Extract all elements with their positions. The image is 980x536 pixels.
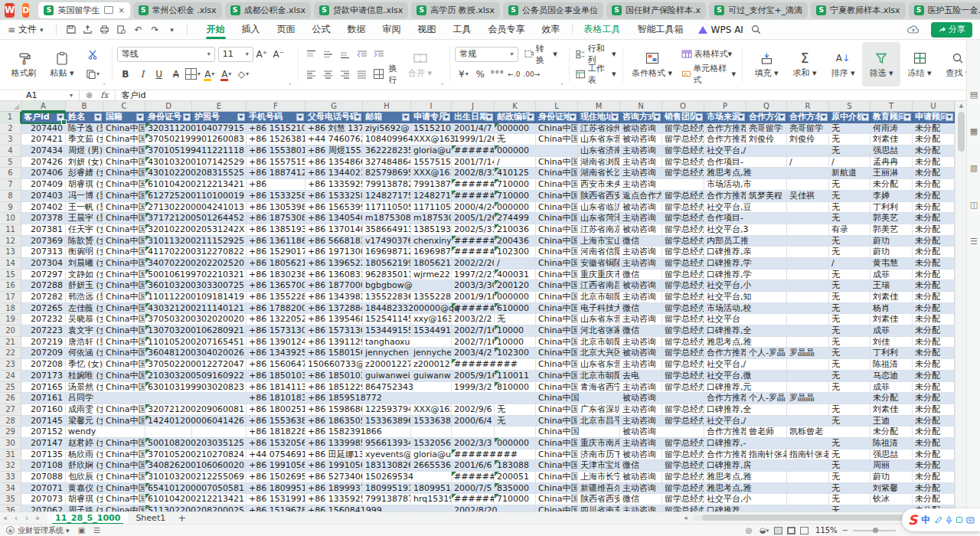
grid-cell[interactable]: 舒欣娴 (女 [66, 460, 103, 472]
grid-cell[interactable]: 18448233200000@qq [363, 303, 411, 315]
grid-cell[interactable]: 未分配 [913, 270, 955, 281]
grid-cell[interactable]: China中国 [103, 247, 145, 258]
grid-cell[interactable]: 社交平台,知 [704, 292, 746, 303]
grid-cell[interactable]: 799138782 [363, 179, 411, 191]
grid-cell[interactable]: 指南针张老 [746, 449, 787, 461]
grid-cell[interactable] [787, 460, 829, 472]
ime-pen-icon[interactable] [935, 516, 942, 524]
grid-cell[interactable]: guiwanwei [363, 371, 411, 382]
grid-cell[interactable]: 2002/5/31 [452, 224, 495, 236]
grid-cell[interactable]: 留学总经办 [662, 303, 704, 315]
grid-cell[interactable]: China中国 [536, 416, 578, 427]
grid-cell[interactable]: 合作方推荐 [704, 191, 746, 202]
grid-cell[interactable]: 冯一博 (男 [66, 191, 103, 202]
grid-cell[interactable]: 135522836 [411, 292, 452, 303]
grid-cell[interactable]: xyevents@ [363, 449, 411, 461]
grid-cell[interactable]: 340826200106060020 [145, 460, 192, 472]
column-header-J[interactable]: J [452, 101, 495, 112]
grid-cell[interactable]: 主动咨询 [620, 438, 662, 449]
row-header-8[interactable]: 8 [0, 191, 21, 202]
record-icon[interactable]: ◎ [741, 525, 756, 536]
file-menu[interactable]: ≡ 文件 ▾ [8, 23, 50, 36]
filter-dropdown-icon[interactable] [354, 113, 361, 121]
grid-cell[interactable]: 口碑推荐,房 [704, 460, 746, 472]
grid-cell[interactable]: 无 [829, 202, 871, 214]
grid-cell[interactable]: China中国 [103, 505, 145, 511]
grid-cell[interactable]: 未分配 [913, 236, 955, 247]
grid-cell[interactable]: 无 [829, 145, 871, 157]
grid-cell[interactable]: 被动咨询 [620, 134, 662, 145]
grid-cell[interactable]: ziyi5692@ [363, 123, 411, 135]
grid-cell[interactable]: China中国 [103, 191, 145, 202]
grid-cell[interactable]: +86 1851229020 [305, 382, 363, 394]
grid-cell[interactable]: z20001227 [411, 359, 452, 371]
grid-cell[interactable]: China中国 [103, 123, 145, 135]
document-tab[interactable]: S高学历 教授.xlsx [411, 2, 500, 18]
grid-cell[interactable]: 207406 [21, 168, 66, 179]
grid-cell[interactable]: 季文茹 (女 [66, 134, 103, 145]
align-top-icon[interactable] [304, 47, 319, 62]
grid-cell[interactable]: 无 [829, 483, 871, 495]
grid-cell[interactable] [746, 157, 787, 168]
grid-cell[interactable]: China中国 [536, 258, 578, 270]
grid-cell[interactable]: 社交平台,/ [704, 359, 746, 371]
grid-cell[interactable]: China中国 [536, 247, 578, 258]
filter-dropdown-icon[interactable] [57, 113, 64, 121]
row-header-14[interactable]: 14 [0, 258, 21, 270]
filter-dropdown-icon[interactable] [136, 113, 144, 121]
grid-cell[interactable]: 钦冰 [871, 494, 913, 505]
column-header-I[interactable]: I [411, 101, 452, 112]
filter-dropdown-icon[interactable] [402, 113, 410, 121]
grid-cell[interactable]: 包欣辰 (女 [66, 472, 103, 483]
header-cell[interactable]: 邮政编码 [495, 112, 536, 123]
header-cell[interactable]: 邮箱 [363, 112, 411, 123]
row-header-19[interactable]: 19 [0, 314, 21, 325]
grid-cell[interactable] [746, 292, 787, 303]
grid-cell[interactable]: 社交平台,小 [704, 494, 746, 505]
grid-cell[interactable]: 2002/7/16 [452, 337, 495, 348]
grid-cell[interactable] [746, 325, 787, 337]
grid-cell[interactable] [787, 202, 829, 214]
grid-cell[interactable] [145, 393, 192, 404]
grid-cell[interactable]: ######### [452, 145, 495, 157]
document-tab[interactable]: S成都公积金.xlsx [225, 2, 311, 18]
grid-cell[interactable]: +86 15320563 [247, 438, 305, 449]
grid-cell[interactable]: 社交平台,/ [704, 416, 746, 427]
grid-cell[interactable]: 陈歆赟 (女 [66, 236, 103, 247]
grid-cell[interactable]: 口碑推荐, [704, 505, 746, 511]
grid-cell[interactable]: 合作方推荐 [704, 348, 746, 359]
grid-cell[interactable]: 吕同学 [66, 393, 103, 404]
filter-dropdown-icon[interactable] [237, 113, 245, 121]
grid-cell[interactable]: 无 [829, 191, 871, 202]
grid-cell[interactable]: 未分配 [913, 449, 955, 461]
vertical-scroll-thumb[interactable] [958, 112, 965, 152]
grid-cell[interactable]: 留学总经办 [662, 371, 704, 382]
grid-cell[interactable]: +86 15575158 [247, 157, 305, 168]
grid-cell[interactable]: +86 52734062 [305, 472, 363, 483]
grid-cell[interactable]: 强思喆 [871, 449, 913, 461]
grid-cell[interactable]: 主动咨询 [620, 258, 662, 270]
grid-cell[interactable]: 未分配 [913, 460, 955, 472]
grid-cell[interactable]: 新疆维吾尔 [578, 483, 620, 495]
grid-cell[interactable]: 360481200304020026 [145, 348, 192, 359]
grid-cell[interactable]: 207165 [21, 382, 66, 394]
header-cell[interactable]: 申请专用 [411, 112, 452, 123]
copy-icon[interactable]: ▾ [85, 67, 100, 82]
grid-cell[interactable]: 未分配 [913, 393, 955, 404]
grid-cell[interactable] [746, 337, 787, 348]
grid-cell[interactable]: 留学总经办 [662, 359, 704, 371]
chart-icon[interactable]: ▥ [967, 158, 980, 178]
grid-cell[interactable] [578, 427, 620, 438]
grid-cell[interactable]: China中国 [536, 224, 578, 236]
grid-cell[interactable]: 合作项目- [704, 213, 746, 224]
grid-cell[interactable]: 留学总经办 [662, 382, 704, 394]
grid-cell[interactable]: 无 [829, 472, 871, 483]
grid-cell[interactable]: 207108 [21, 460, 66, 472]
zoom-out-icon[interactable]: − [842, 526, 848, 534]
grid-cell[interactable]: China中国 [103, 325, 145, 337]
column-header-T[interactable]: T [871, 101, 913, 112]
grid-cell[interactable]: China中国 [536, 270, 578, 281]
grid-cell[interactable] [787, 416, 829, 427]
grid-cell[interactable]: ######### [452, 494, 495, 505]
grid-cell[interactable]: 内部员工推 [704, 236, 746, 247]
